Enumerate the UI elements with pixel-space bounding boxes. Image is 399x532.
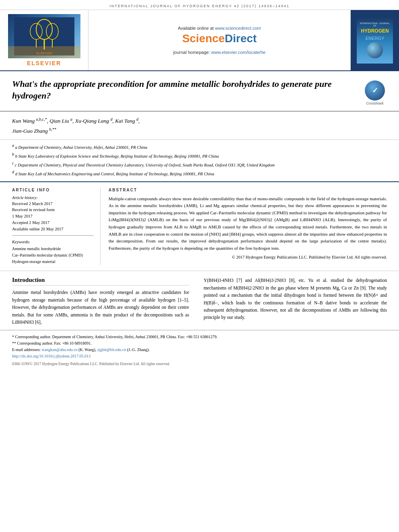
keywords-section: Keywords: Ammine metallic borohydride Ca…: [12, 240, 94, 265]
affiliation-b: b b State Key Laboratory of Explosion Sc…: [12, 151, 387, 159]
crossmark-container: ✓ CrossMark: [363, 78, 387, 105]
article-info: ARTICLE INFO Article history: Received 2…: [12, 188, 101, 265]
journal-homepage: journal homepage: www.elsevier.com/locat…: [173, 50, 265, 55]
author-qian-liu: Qian Liu a: [49, 118, 72, 124]
introduction-section: Introduction Ammine metal borohydrides (…: [0, 271, 399, 330]
affiliation-c: c c Department of Chemistry, Physical an…: [12, 160, 387, 168]
elsevier-logo-image: ELSEVIER: [8, 14, 80, 58]
footnote-corresponding-2: ** Corresponding author. Fax: +86 10 689…: [12, 340, 387, 347]
sciencedirect-url[interactable]: www.sciencedirect.com: [215, 26, 261, 31]
crossmark-badge[interactable]: ✓: [365, 80, 385, 101]
history-label: Article history:: [12, 195, 94, 200]
author-jian-guo-zhang: Jian-Guo Zhang b,**: [12, 128, 56, 134]
received-revised-label: Received in revised form: [12, 207, 94, 213]
keywords-label: Keywords:: [12, 240, 94, 244]
keyword-1: Ammine metallic borohydride: [12, 246, 94, 252]
received-date: Received 2 March 2017: [12, 201, 94, 207]
intro-right-text: Y(BH4)3·4NH3 [7] and Al(BH4)3·2NH3 [8], …: [204, 277, 387, 321]
article-title-text: What's the appropriate precondition for …: [12, 78, 355, 101]
content-columns: ARTICLE INFO Article history: Received 2…: [0, 182, 399, 271]
authors-list: Kun Wang a,b,c,*, Qian Liu a, Xu-Qiang L…: [12, 115, 387, 136]
header-right: International Journal of HYDROGEN ENERGY: [351, 10, 399, 70]
author-kai-tang: Kai Tang d: [115, 118, 138, 124]
available-online-date: Available online 20 May 2017: [12, 226, 94, 232]
accepted-date: Accepted 2 May 2017: [12, 220, 94, 226]
crossmark-label: CrossMark: [366, 101, 384, 105]
cover-hydrogen-text: HYDROGEN: [361, 29, 389, 34]
crossmark-icon: ✓: [372, 86, 378, 95]
footnotes-section: * Corresponding author. Department of Ch…: [0, 330, 399, 370]
svg-text:ELSEVIER: ELSEVIER: [36, 51, 52, 55]
email-link-2[interactable]: zjgbit@bit.edu.cn: [97, 347, 126, 352]
elsevier-logo: ELSEVIER ELSEVIER: [0, 10, 88, 70]
article-info-label: ARTICLE INFO: [12, 188, 94, 192]
elsevier-text: ELSEVIER: [27, 60, 61, 66]
sciencedirect-brand: ScienceDirect: [182, 32, 257, 45]
footnote-email: E-mail addresses: wangkun@ahu.edu.cn (K.…: [12, 347, 387, 353]
intro-left: Introduction Ammine metal borohydrides (…: [12, 277, 195, 326]
introduction-heading: Introduction: [12, 277, 189, 286]
affiliation-d: d d State Key Lab of Mechatronics Engine…: [12, 169, 387, 177]
issn-copyright: 0360-3199/© 2017 Hydrogen Energy Publica…: [12, 361, 387, 367]
footnote-corresponding-1: * Corresponding author. Department of Ch…: [12, 334, 387, 340]
article-title-section: What's the appropriate precondition for …: [0, 71, 399, 111]
affiliations-section: a a Department of Chemistry, Anhui Unive…: [0, 140, 399, 182]
journal-cover: International Journal of HYDROGEN ENERGY: [357, 17, 393, 64]
header-center: Available online at www.sciencedirect.co…: [88, 10, 351, 70]
keyword-2: Car–Parrinello molecular dynamic (CPMD): [12, 252, 94, 259]
author-kun-wang: Kun Wang a,b,c,*: [12, 118, 47, 124]
abstract-section: ABSTRACT Multiple-cation compounds alway…: [109, 188, 387, 265]
email-link-1[interactable]: wangkun@ahu.edu.cn: [41, 347, 77, 352]
authors-section: Kun Wang a,b,c,*, Qian Liu a, Xu-Qiang L…: [0, 111, 399, 140]
svg-rect-0: [14, 17, 74, 55]
cover-intl-text: International Journal of: [359, 22, 391, 27]
intro-left-text: Ammine metal borohydrides (AMBs) have re…: [12, 289, 189, 326]
article-title: What's the appropriate precondition for …: [12, 78, 355, 101]
received-revised-date: 1 May 2017: [12, 213, 94, 220]
info-divider: [12, 235, 94, 236]
cover-globe: [367, 42, 383, 58]
journal-title: INTERNATIONAL JOURNAL OF HYDROGEN ENERGY…: [109, 4, 290, 8]
top-header: INTERNATIONAL JOURNAL OF HYDROGEN ENERGY…: [0, 0, 399, 10]
available-online: Available online at www.sciencedirect.co…: [178, 26, 261, 31]
abstract-text: Multiple-cation compounds always show mo…: [109, 195, 387, 252]
abstract-label: ABSTRACT: [109, 188, 387, 192]
header-row: ELSEVIER ELSEVIER Available online at ww…: [0, 10, 399, 71]
cover-energy-text: ENERGY: [366, 36, 384, 41]
author-xu-qiang-lang: Xu-Qiang Lang d: [75, 118, 113, 124]
abstract-copyright: © 2017 Hydrogen Energy Publications LLC.…: [109, 255, 387, 259]
doi-link[interactable]: http://dx.doi.org/10.1016/j.ijhydene.201…: [12, 353, 387, 359]
intro-right: Y(BH4)3·4NH3 [7] and Al(BH4)3·2NH3 [8], …: [204, 277, 387, 326]
keyword-3: Hydrogen-storage material: [12, 259, 94, 265]
journal-homepage-url[interactable]: www.elsevier.com/locate/he: [211, 50, 265, 55]
affiliation-a: a a Department of Chemistry, Anhui Unive…: [12, 142, 387, 150]
